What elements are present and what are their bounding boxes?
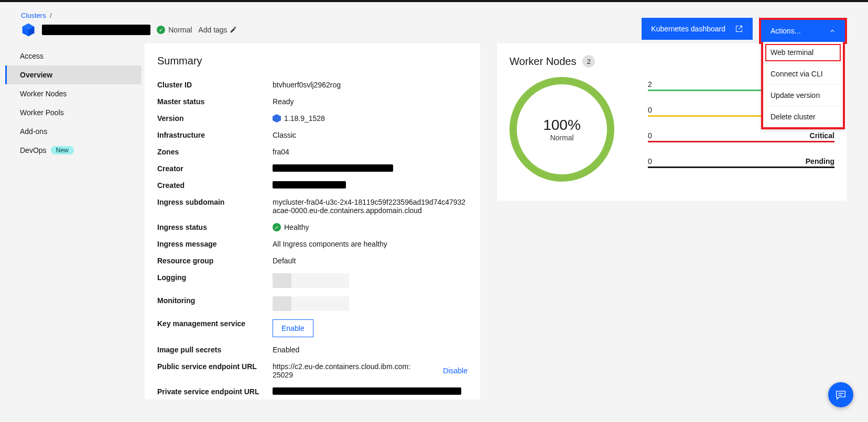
value-private-endpoint-redacted — [273, 387, 461, 395]
worker-nodes-title: Worker Nodes — [509, 55, 576, 68]
label-created: Created — [157, 181, 273, 190]
label-ingress-message: Ingress message — [157, 240, 273, 248]
actions-menu: Web terminal Connect via CLI Update vers… — [761, 42, 845, 129]
value-public-endpoint: https://c2.eu-de.containers.cloud.ibm.co… — [273, 362, 414, 379]
label-creator: Creator — [157, 164, 273, 173]
value-cluster-id: btvhuerf0svlj2962rog — [273, 81, 468, 89]
action-web-terminal[interactable]: Web terminal — [763, 42, 843, 63]
label-image-pull-secrets: Image pull secrets — [157, 346, 273, 354]
add-tags-label: Add tags — [198, 26, 227, 34]
external-link-icon — [735, 25, 743, 33]
pencil-icon — [230, 26, 237, 34]
label-private-endpoint: Private service endpoint URL — [157, 387, 273, 396]
stat-pending: 0 Pending — [648, 157, 834, 168]
logging-placeholder — [273, 273, 349, 288]
stat-pending-label: Pending — [806, 157, 834, 165]
cluster-status-label: Normal — [168, 26, 192, 34]
sidenav-worker-nodes[interactable]: Worker Nodes — [5, 84, 142, 103]
kubernetes-dashboard-button[interactable]: Kubernetes dashboard — [642, 18, 753, 40]
monitoring-placeholder — [273, 296, 349, 311]
donut-percent: 100% — [543, 117, 581, 134]
worker-status-donut: 100% Normal — [509, 77, 614, 182]
stat-warning-count: 0 — [648, 106, 652, 114]
side-navigation: Access Overview Worker Nodes Worker Pool… — [5, 43, 142, 399]
stat-critical-count: 0 — [648, 131, 652, 140]
breadcrumb-separator: / — [50, 12, 52, 19]
label-version: Version — [157, 114, 273, 123]
cluster-status: ✓ Normal — [157, 26, 192, 34]
stat-critical-label: Critical — [810, 131, 834, 140]
add-tags-button[interactable]: Add tags — [198, 26, 236, 34]
sidenav-devops[interactable]: DevOps New — [5, 141, 142, 160]
label-infrastructure: Infrastructure — [157, 131, 273, 139]
value-resource-group: Default — [273, 257, 468, 265]
label-ingress-status: Ingress status — [157, 223, 273, 231]
label-ingress-subdomain: Ingress subdomain — [157, 198, 273, 206]
label-public-endpoint: Public service endpoint URL — [157, 362, 273, 371]
value-creator-redacted — [273, 164, 393, 172]
value-infrastructure: Classic — [273, 131, 468, 139]
page-header: Clusters / ✓ Normal Add tags Kubernetes … — [0, 2, 868, 43]
value-created-redacted — [273, 181, 346, 188]
sidenav-worker-pools[interactable]: Worker Pools — [5, 103, 142, 122]
label-resource-group: Resource group — [157, 257, 273, 265]
value-image-pull-secrets: Enabled — [273, 346, 468, 354]
value-ingress-subdomain: mycluster-fra04-u3c-2x4-18119c59f223596a… — [273, 198, 468, 215]
cluster-name-redacted — [42, 25, 150, 35]
actions-button[interactable]: Actions... — [761, 20, 845, 42]
worker-count-badge: 2 — [582, 55, 595, 68]
sidenav-overview[interactable]: Overview — [5, 65, 142, 84]
value-zones: fra04 — [273, 148, 468, 156]
value-ingress-status: Healthy — [284, 223, 309, 231]
check-icon: ✓ — [273, 223, 281, 231]
chevron-up-icon — [829, 28, 836, 34]
cluster-hex-icon — [21, 23, 36, 37]
label-master-status: Master status — [157, 97, 273, 106]
kubernetes-icon — [273, 114, 281, 123]
stat-normal-count: 2 — [648, 80, 652, 88]
sidenav-access[interactable]: Access — [5, 47, 142, 65]
stat-pending-count: 0 — [648, 157, 652, 165]
actions-label: Actions... — [771, 27, 801, 35]
disable-endpoint-link[interactable]: Disable — [443, 367, 468, 375]
stat-critical: 0 Critical — [648, 131, 834, 142]
summary-card: Summary Cluster IDbtvhuerf0svlj2962rog M… — [145, 43, 480, 399]
label-cluster-id: Cluster ID — [157, 81, 273, 89]
actions-dropdown-highlighted: Actions... Web terminal Connect via CLI … — [759, 18, 847, 44]
summary-title: Summary — [157, 55, 468, 67]
sidenav-devops-label: DevOps — [20, 146, 47, 154]
label-kms: Key management service — [157, 319, 273, 328]
action-delete-cluster[interactable]: Delete cluster — [763, 106, 843, 127]
chat-support-button[interactable] — [828, 382, 853, 407]
check-icon: ✓ — [157, 26, 165, 34]
action-connect-cli[interactable]: Connect via CLI — [763, 63, 843, 85]
action-update-version[interactable]: Update version — [763, 85, 843, 106]
value-ingress-message: All Ingress components are healthy — [273, 240, 468, 248]
kms-enable-button[interactable]: Enable — [273, 319, 313, 337]
new-badge: New — [51, 146, 74, 154]
label-monitoring: Monitoring — [157, 296, 273, 305]
label-zones: Zones — [157, 148, 273, 156]
sidenav-addons[interactable]: Add-ons — [5, 122, 142, 141]
chat-icon — [835, 389, 847, 401]
breadcrumb-clusters-link[interactable]: Clusters — [21, 12, 46, 19]
value-master-status: Ready — [273, 97, 468, 106]
donut-label: Normal — [550, 134, 573, 142]
value-version: 1.18.9_1528 — [284, 114, 325, 123]
kubernetes-dashboard-label: Kubernetes dashboard — [651, 25, 725, 33]
label-logging: Logging — [157, 273, 273, 282]
